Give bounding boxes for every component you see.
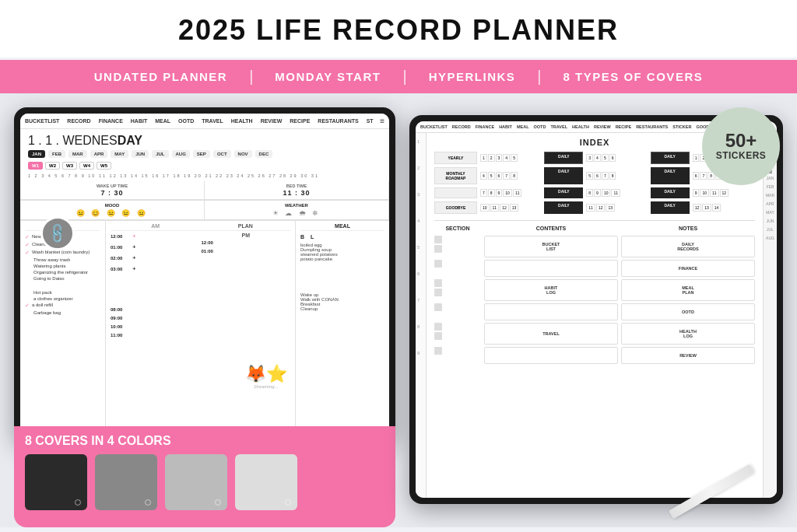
time-1200-pm: 12:00: [202, 240, 291, 245]
banner-item-3: HYPERLINKS: [407, 70, 538, 83]
cover-dark: [25, 454, 87, 510]
check-icon: ✓: [25, 234, 30, 240]
banner-sep-2: |: [402, 68, 406, 86]
todo-item-10: ✓a doll refill: [25, 303, 100, 309]
nav-recipe: RECIPE: [290, 118, 310, 124]
row-4: 4: [417, 219, 424, 223]
sidebar-may: MAY: [766, 210, 774, 215]
travel-box: TRAVEL: [484, 323, 618, 345]
covers-section: 8 COVERS IN 4 COLORS: [14, 426, 395, 527]
month-dec[interactable]: DEC: [255, 150, 273, 158]
banner-sep-1: |: [249, 68, 253, 86]
nav-bucketlist: BUCKETLIST: [25, 118, 59, 124]
nav-record: RECORD: [67, 118, 90, 124]
left-planner-device: BUCKETLIST RECORD FINANCE HABIT MEAL OOT…: [14, 107, 395, 442]
ootd-label: OOTD: [682, 310, 694, 314]
index-grid-2: MONTHLY ROADMAP 4 5 6 7 8 DAILY 5: [434, 167, 755, 184]
left-planner-screen: BUCKETLIST RECORD FINANCE HABIT MEAL OOT…: [20, 114, 389, 436]
feature-banner: UNDATED PLANNER | MONDAY START | HYPERLI…: [0, 60, 797, 93]
nav-meal: MEAL: [155, 118, 170, 124]
meal-section: MEAL B L boiled egg Dumpling soup steame…: [296, 221, 389, 436]
header: 2025 LIFE RECORD PLANNER: [0, 0, 797, 60]
bed-time: 11 : 30: [211, 189, 382, 197]
weather-label: WEATHER: [211, 203, 382, 208]
link-icon-circle: 🔗: [40, 216, 75, 250]
main-content: 50+ STICKERS 🔗 BUCKETLIST RECORD FINANCE…: [0, 93, 797, 527]
mood-cell: MOOD 😐 😊 😐 😐 😐: [20, 201, 205, 219]
nav-ootd: OOTD: [178, 118, 194, 124]
month-sep[interactable]: SEP: [193, 150, 210, 158]
sidebar-feb: FEB: [767, 184, 774, 189]
left-planner-nav: BUCKETLIST RECORD FINANCE HABIT MEAL OOT…: [20, 114, 389, 129]
review-empty-box: [484, 347, 618, 364]
r-nav-record: RECORD: [452, 124, 471, 129]
section-icon-2: [434, 245, 442, 253]
meal-header: MEAL: [300, 223, 384, 231]
todo-item-3: ✓Wash blanket (coin laundry): [25, 250, 100, 256]
left-nav-items: BUCKETLIST RECORD FINANCE HABIT MEAL OOT…: [25, 118, 374, 124]
meal-sizes: B L: [300, 234, 384, 240]
wake-time: 7 : 30: [26, 189, 198, 197]
hamburger-icon: ≡: [380, 117, 384, 125]
fox-emoji: 🦊⭐: [245, 364, 287, 384]
wake-time-cell: WAKE UP TIME 7 : 30: [20, 181, 205, 199]
section-icon-6: [434, 303, 442, 311]
mood-label: MOOD: [26, 203, 198, 208]
right-content-area: 1 2 3 4 5 6 7 8 9 INDEX: [416, 133, 777, 498]
month-tabs: JAN FEB MAR APR MAY JUN JUL AUG SEP OCT …: [28, 150, 381, 158]
empty-label: [434, 187, 477, 198]
plan-cleanup: Cleanup: [300, 306, 384, 311]
row-7: 7: [417, 298, 424, 303]
banner-item-2: MONDAY START: [253, 70, 402, 83]
todo-section: TO DO ✓New Year's plan ✓Cleanup ✓Wash bl…: [20, 221, 106, 436]
covers-grid: [25, 454, 384, 510]
month-aug[interactable]: AUG: [172, 150, 190, 158]
month-apr[interactable]: APR: [90, 150, 108, 158]
cover-dot-gray: [145, 499, 151, 506]
check-icon: ✓: [25, 303, 30, 309]
month-nov[interactable]: NOV: [234, 150, 252, 158]
section-header: SECTION CONTENTS NOTES: [434, 220, 755, 231]
section-row-review: REVIEW: [434, 347, 755, 364]
week-1[interactable]: W1: [28, 162, 43, 170]
week-3[interactable]: W3: [62, 162, 77, 170]
banner-sep-3: |: [537, 68, 541, 86]
section-icon-5: [434, 289, 442, 296]
am-label: AM: [111, 223, 201, 229]
meal-plan-label: MEALPLAN: [682, 285, 694, 295]
month-may[interactable]: MAY: [111, 150, 128, 158]
month-mar[interactable]: MAR: [68, 150, 87, 158]
r-nav-finance: FINANCE: [476, 124, 494, 129]
section-icon-7: [434, 323, 442, 331]
sticker-label: STICKERS: [716, 150, 767, 161]
month-jun[interactable]: JUN: [132, 150, 149, 158]
nav-review: REVIEW: [261, 118, 283, 124]
review-label: REVIEW: [679, 353, 697, 358]
pm-label: PM: [202, 233, 291, 238]
r-nav-meal: MEAL: [517, 124, 529, 129]
month-jan[interactable]: JAN: [28, 150, 45, 158]
sidebar-apr: APR: [766, 201, 774, 206]
banner-item-4: 8 TYPES OF COVERS: [542, 70, 725, 83]
time-0300-am: 03:00+: [111, 265, 200, 272]
month-jul[interactable]: JUL: [152, 150, 168, 158]
week-2[interactable]: W2: [45, 162, 60, 170]
meal-plan-box: MEALPLAN: [621, 279, 755, 301]
todo-item-11: Garbage bag: [25, 310, 100, 315]
todo-item-7: Going to Daiso: [25, 276, 100, 281]
month-oct[interactable]: OCT: [213, 150, 231, 158]
sleep-row: WAKE UP TIME 7 : 30 BED TIME 11 : 30: [20, 181, 389, 200]
cover-dot-dark: [75, 499, 81, 506]
r-nav-sticker: STICKER: [672, 124, 691, 129]
nav-habit: HABIT: [131, 118, 147, 124]
yearly-label: YEARLY: [434, 152, 477, 164]
week-4[interactable]: W4: [79, 162, 94, 170]
section-row-ootd: OOTD: [434, 303, 755, 320]
date-day-bold: DAY: [118, 134, 142, 147]
todo-item-5: Watering plants: [25, 264, 100, 268]
week-5[interactable]: W5: [97, 162, 111, 170]
month-feb[interactable]: FEB: [48, 150, 65, 158]
section-icon-8: [434, 332, 442, 340]
row-8: 8: [417, 324, 424, 329]
meal-b: B: [300, 234, 304, 240]
